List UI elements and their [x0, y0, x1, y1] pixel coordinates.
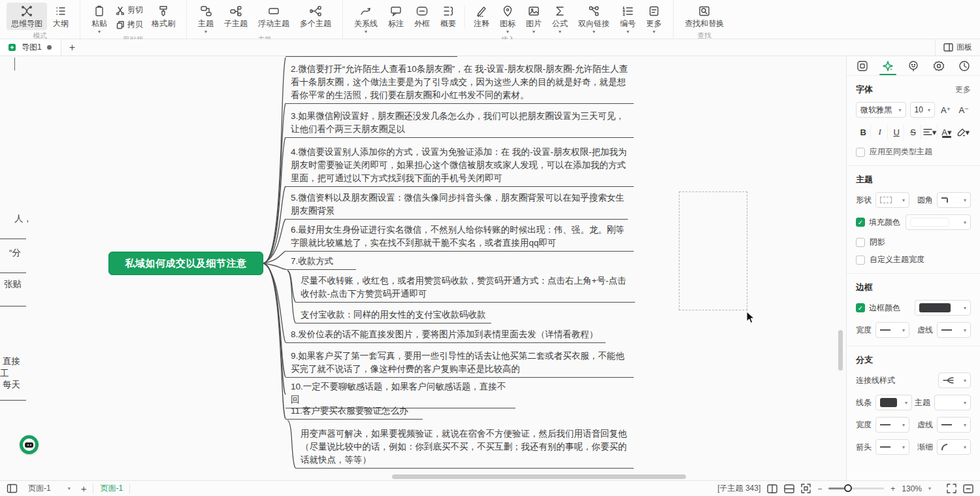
border-dash-select[interactable]: ▾ — [937, 322, 971, 338]
apply-same-type-checkbox[interactable] — [856, 148, 865, 157]
strikethrough-button[interactable]: S — [906, 124, 921, 140]
topic-11-sub-1[interactable]: 用变声器可解决，如果要视频验证，就说在宿舍不方便验证，然后我们用语音回复他（尽量… — [295, 427, 634, 469]
layout-columns-icon[interactable] — [767, 484, 777, 493]
callout-button[interactable]: 标注 — [384, 3, 408, 30]
chevron-down-icon: ▾ — [928, 107, 930, 113]
font-more-link[interactable]: 更多 — [955, 84, 971, 95]
tab-topic-style[interactable] — [878, 56, 898, 75]
boundary-button[interactable]: 外框 — [410, 3, 434, 30]
formula-button[interactable]: 公式 ▾ — [547, 3, 572, 34]
branch-arrow-select[interactable]: ▾ — [875, 439, 909, 455]
tab-canvas-style[interactable] — [853, 56, 872, 75]
topic-button[interactable]: 主题 ▾ — [193, 3, 218, 34]
font-color-select[interactable]: A▾ — [939, 124, 954, 140]
branch-taper-select[interactable]: ▾ — [937, 439, 971, 455]
image-button[interactable]: 图片 ▾ — [521, 3, 546, 34]
panel-toggle-button[interactable]: 面板 — [935, 39, 980, 56]
corner-select[interactable]: ▾ — [937, 192, 971, 208]
fill-color-checkbox[interactable] — [856, 218, 865, 227]
font-decrease-button[interactable]: A⁻ — [956, 105, 971, 115]
bilink-label: 双向链接 — [578, 18, 610, 29]
fullscreen-icon[interactable] — [947, 484, 956, 493]
format-painter-button[interactable]: 格式刷 — [147, 3, 180, 30]
topic-6[interactable]: 6.最好用女生身份证进行实名微信，不然别人给你转账的时候出现：伟、强。龙。刚等字… — [286, 223, 634, 252]
copy-button[interactable]: 拷贝 — [113, 18, 146, 31]
tab-map1[interactable]: 导图1 — [0, 39, 61, 56]
zoom-slider[interactable] — [828, 488, 884, 489]
branch-line-color-select[interactable]: ▾ — [875, 395, 912, 410]
find-replace-button[interactable]: 查找和替换 — [680, 3, 728, 30]
tab-history[interactable] — [955, 56, 974, 75]
collapse-panel-icon[interactable] — [963, 484, 973, 493]
layout-split-icon[interactable] — [784, 484, 794, 493]
border-width-select[interactable]: ▾ — [875, 322, 909, 338]
topic-7-sub-1[interactable]: 尽量不收转账，收红包，或者用赞赏码收款，赞赏码开通方式：点击右上角+号-点击收付… — [295, 274, 635, 303]
bilink-button[interactable]: 双向链接 ▾ — [574, 3, 614, 34]
shape-select[interactable]: ▾ — [875, 192, 909, 208]
topic-2[interactable]: 2.微信要打开“允许陌生人查看10条朋友圈”，在 我-设置-朋友权限-朋友圈-允… — [286, 63, 634, 104]
topic-3[interactable]: 3.如果微信刚设置好，朋友圈还没发几条怎么办，我们可以把朋友圈设置为三天可见，让… — [286, 110, 634, 138]
chevron-down-icon: ▾ — [902, 327, 905, 333]
font-increase-button[interactable]: A⁺ — [939, 105, 953, 115]
branch-dash-select[interactable]: ▾ — [937, 417, 971, 433]
fill-color-select[interactable]: ▾ — [906, 214, 971, 230]
zoom-level[interactable]: 130% — [902, 484, 922, 493]
zoom-in-button[interactable]: + — [890, 484, 895, 493]
chevron-down-icon: ▾ — [966, 127, 970, 137]
underline-button[interactable]: U — [889, 124, 904, 140]
add-page-button[interactable]: + — [81, 483, 87, 494]
custom-width-checkbox[interactable] — [856, 256, 865, 265]
bold-button[interactable]: B — [856, 124, 871, 140]
curve-icon — [941, 444, 947, 450]
more-button[interactable]: 更多 ▾ — [642, 3, 666, 34]
topic-7-sub-2[interactable]: 支付宝收款：同样的用女性的支付宝收款码收款 — [295, 308, 491, 323]
image-label: 图片 — [526, 18, 542, 29]
cut-button[interactable]: 剪切 — [113, 4, 146, 16]
note-button[interactable]: 注释 — [469, 3, 494, 30]
toolbar-group-find: 查找和替换 查找 — [673, 0, 735, 39]
font-size-select[interactable]: 10 ▾ — [910, 102, 935, 118]
tab-theme-badge[interactable] — [929, 56, 949, 75]
multi-topic-button[interactable]: 多个主题 — [295, 3, 336, 30]
floating-topic-button[interactable]: 浮动主题 — [253, 3, 294, 30]
align-select[interactable]: ▾ — [923, 124, 938, 140]
topic-4[interactable]: 4.微信要设置别人添加你的方式，设置为免验证添加：在 我的-设置-朋友权限-把加… — [286, 146, 634, 187]
mindmap-mode-button[interactable]: 思维导图 — [7, 3, 47, 30]
zoom-slider-knob[interactable] — [844, 484, 852, 492]
highlight-color-select[interactable]: ▾ — [956, 124, 971, 140]
border-color-checkbox[interactable] — [856, 303, 865, 312]
horizontal-scrollbar[interactable] — [392, 474, 686, 479]
relation-button[interactable]: 关系线 ▾ — [350, 3, 382, 34]
branch-width-select[interactable]: ▾ — [875, 417, 909, 433]
vertical-scrollbar[interactable] — [838, 330, 843, 371]
add-tab-button[interactable]: + — [69, 42, 75, 54]
italic-button[interactable]: I — [872, 124, 887, 140]
page-panel-icon[interactable] — [7, 484, 18, 493]
ai-assistant-button[interactable] — [20, 435, 39, 454]
border-color-select[interactable]: ▾ — [915, 300, 971, 316]
summary-button[interactable]: 概要 — [436, 3, 461, 30]
page-select[interactable]: 页面-1 ▾ — [24, 482, 74, 495]
fit-view-icon[interactable] — [801, 484, 811, 493]
mindmap-canvas[interactable]: 私域如何成交以及细节注意 2.微信要打开“允许陌生人查看10条朋友圈”，在 我-… — [0, 56, 846, 480]
zoom-out-button[interactable]: − — [817, 484, 822, 493]
outline-mode-button[interactable]: 大纲 — [48, 3, 73, 30]
page-tab-1[interactable]: 页面-1 — [100, 483, 123, 494]
branch-topic-select[interactable]: ▾ — [934, 395, 971, 410]
tab-stickers[interactable] — [904, 56, 923, 75]
topic-8[interactable]: 8.发价位表的话不能直接发图片，要将图片添加到表情里面去发（详情看教程） — [286, 328, 606, 343]
font-family-select[interactable]: 微软雅黑 ▾ — [856, 102, 906, 118]
callout-icon — [389, 5, 402, 18]
shadow-checkbox[interactable] — [856, 238, 865, 247]
paste-button[interactable]: 粘贴 ▾ — [87, 3, 112, 34]
topic-7[interactable]: 7.收款方式 — [286, 255, 356, 270]
topic-11[interactable]: 11.客户要买衣服要验证怎么办 — [286, 405, 423, 420]
subtopic-button[interactable]: 子主题 — [220, 3, 252, 30]
topic-9[interactable]: 9.如果客户买了第一套写真，要用一些引导性的话去让他买第二套或者买衣服，不能他买… — [286, 350, 634, 378]
icon-button[interactable]: 图标 ▾ — [495, 3, 520, 34]
topic-5[interactable]: 5.微信资料以及朋友圈设置：微信头像同步抖音头像，朋友圈背景可以在知乎搜索女生朋… — [286, 191, 628, 220]
central-topic[interactable]: 私域如何成交以及细节注意 — [108, 252, 263, 275]
clipped-fragment: 人， — [14, 213, 32, 225]
connector-style-select[interactable]: ▾ — [938, 372, 971, 388]
numbering-button[interactable]: 编号 ▾ — [615, 3, 640, 34]
